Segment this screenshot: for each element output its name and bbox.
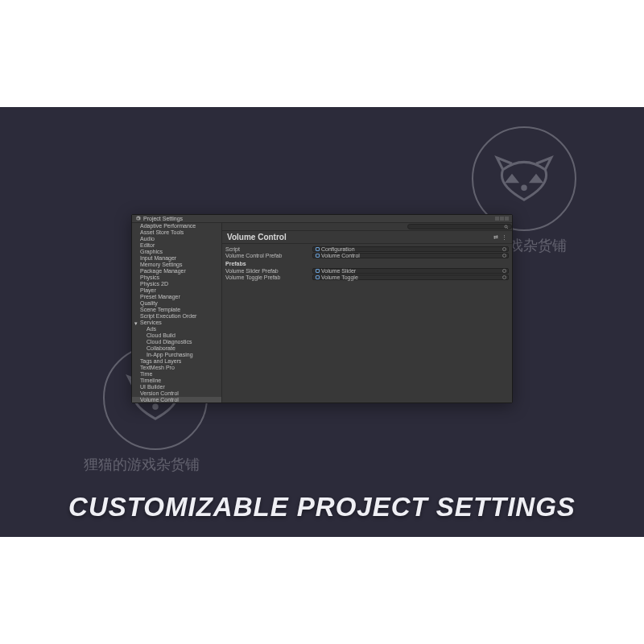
sidebar-item[interactable]: Preset Manager [132, 294, 221, 300]
sidebar-item[interactable]: Cloud Diagnostics [132, 339, 221, 345]
sidebar-item-label: Package Manager [140, 268, 186, 274]
sidebar-item-label: Ads [147, 326, 156, 332]
sidebar-item[interactable]: Ads [132, 326, 221, 332]
sidebar-item-label: Graphics [140, 249, 163, 254]
sidebar-item[interactable]: Adaptive Performance [132, 223, 221, 229]
project-settings-window: Project Settings Adaptive PerformanceAss… [131, 214, 513, 403]
window-close-icon[interactable] [505, 217, 509, 221]
sidebar-item[interactable]: Version Control [132, 390, 221, 397]
window-title: Project Settings [143, 216, 183, 221]
sidebar-item-label: Version Control [140, 390, 179, 396]
sidebar-item-label: TextMesh Pro [140, 365, 175, 370]
sidebar-item[interactable]: Graphics [132, 249, 221, 255]
sidebar-item[interactable]: Quality [132, 300, 221, 307]
sidebar-item[interactable]: Volume Control [132, 397, 221, 402]
sidebar-item[interactable]: Tags and Layers [132, 358, 221, 365]
sidebar-item[interactable]: Input Manager [132, 255, 221, 262]
object-field[interactable]: Volume Control [312, 253, 509, 258]
sidebar-item-label: Quality [140, 300, 158, 306]
search-icon [504, 225, 509, 229]
sidebar-item[interactable]: UI Builder [132, 384, 221, 390]
sidebar-item-label: Player [140, 287, 156, 293]
sidebar-item-label: Tags and Layers [140, 358, 181, 364]
section-header: Prefabs [225, 261, 509, 267]
sidebar-item[interactable]: Time [132, 371, 221, 378]
property-row: Volume Toggle PrefabVolume Toggle [225, 274, 509, 280]
sidebar-item[interactable]: ▾Services [132, 320, 221, 326]
settings-content: Volume Control ⇄ ⋮ ScriptConfigurationVo… [222, 223, 512, 402]
property-label: Volume Toggle Prefab [225, 275, 312, 280]
object-icon [316, 275, 320, 279]
sidebar-item-label: Services [140, 320, 162, 325]
sidebar-item-label: Asset Store Tools [140, 229, 184, 235]
object-field[interactable]: Volume Toggle [312, 275, 509, 280]
object-picker-icon[interactable] [502, 247, 506, 251]
sidebar-item-label: Volume Control [140, 397, 179, 402]
object-field-value: Volume Toggle [321, 275, 358, 280]
sidebar-item[interactable]: Script Execution Order [132, 313, 221, 320]
sidebar-item-label: Memory Settings [140, 262, 183, 267]
object-picker-icon[interactable] [502, 254, 506, 258]
sidebar-item-label: Adaptive Performance [140, 223, 196, 229]
svg-point-1 [154, 405, 158, 409]
window-menu-icon[interactable] [495, 217, 499, 221]
sidebar-item[interactable]: Physics 2D [132, 281, 221, 287]
watermark-text: 狸猫的游戏杂货铺 [84, 455, 200, 474]
sidebar-item[interactable]: Collaborate [132, 345, 221, 352]
object-field-value: Volume Control [321, 253, 360, 258]
sidebar-item-label: Input Manager [140, 255, 176, 261]
sidebar-item[interactable]: In-App Purchasing [132, 352, 221, 358]
svg-point-0 [522, 186, 526, 190]
sidebar-item-label: Physics [140, 275, 159, 280]
object-field-value: Volume Slider [321, 268, 356, 274]
gear-icon [135, 216, 141, 221]
panel-title: Volume Control [227, 233, 287, 242]
sidebar-item-label: Preset Manager [140, 294, 180, 299]
svg-point-2 [505, 225, 507, 228]
sidebar-item-label: Cloud Diagnostics [147, 339, 192, 345]
sidebar-item-label: Collaborate [147, 345, 175, 351]
object-field-value: Configuration [321, 246, 355, 252]
sidebar-item[interactable]: Memory Settings [132, 262, 221, 268]
property-row: Volume Control PrefabVolume Control [225, 252, 509, 258]
property-row: Volume Slider PrefabVolume Slider [225, 267, 509, 274]
property-label: Volume Control Prefab [225, 253, 312, 258]
sidebar-item[interactable]: Physics [132, 275, 221, 281]
property-row: ScriptConfiguration [225, 246, 509, 252]
sidebar-item[interactable]: Player [132, 287, 221, 294]
object-icon [316, 269, 320, 273]
object-field[interactable]: Volume Slider [312, 268, 509, 274]
sidebar-item[interactable]: Editor [132, 242, 221, 249]
object-icon [316, 254, 320, 258]
search-input[interactable] [407, 224, 512, 229]
sidebar-item-label: Cloud Build [147, 332, 175, 338]
marketing-caption: CUSTOMIZABLE PROJECT SETTINGS [0, 492, 644, 522]
sidebar-item-label: Editor [140, 242, 155, 248]
sidebar-item[interactable]: Timeline [132, 378, 221, 384]
sidebar-item-label: Scene Template [140, 307, 180, 312]
sidebar-item-label: Script Execution Order [140, 313, 196, 319]
settings-sidebar[interactable]: Adaptive PerformanceAsset Store ToolsAud… [132, 223, 222, 402]
sidebar-item-label: Physics 2D [140, 281, 168, 287]
sidebar-item-label: Audio [140, 236, 155, 242]
sidebar-item[interactable]: TextMesh Pro [132, 365, 221, 371]
property-label: Volume Slider Prefab [225, 268, 312, 274]
window-max-icon[interactable] [500, 217, 504, 221]
object-field[interactable]: Configuration [312, 246, 509, 252]
object-icon [316, 247, 320, 251]
sidebar-item[interactable]: Audio [132, 236, 221, 242]
settings-preset-icon[interactable]: ⇄ [493, 234, 498, 241]
sidebar-item-label: Timeline [140, 378, 161, 383]
sidebar-item[interactable]: Asset Store Tools [132, 229, 221, 236]
sidebar-item-label: In-App Purchasing [147, 352, 193, 357]
sidebar-item[interactable]: Scene Template [132, 307, 221, 313]
property-label: Script [225, 246, 312, 252]
window-titlebar[interactable]: Project Settings [132, 215, 512, 223]
object-picker-icon[interactable] [502, 269, 506, 273]
object-picker-icon[interactable] [502, 275, 506, 279]
sidebar-item[interactable]: Package Manager [132, 268, 221, 275]
chevron-down-icon: ▾ [134, 320, 138, 324]
settings-menu-icon[interactable]: ⋮ [502, 234, 507, 241]
sidebar-item[interactable]: Cloud Build [132, 332, 221, 339]
sidebar-item-label: UI Builder [140, 384, 165, 390]
